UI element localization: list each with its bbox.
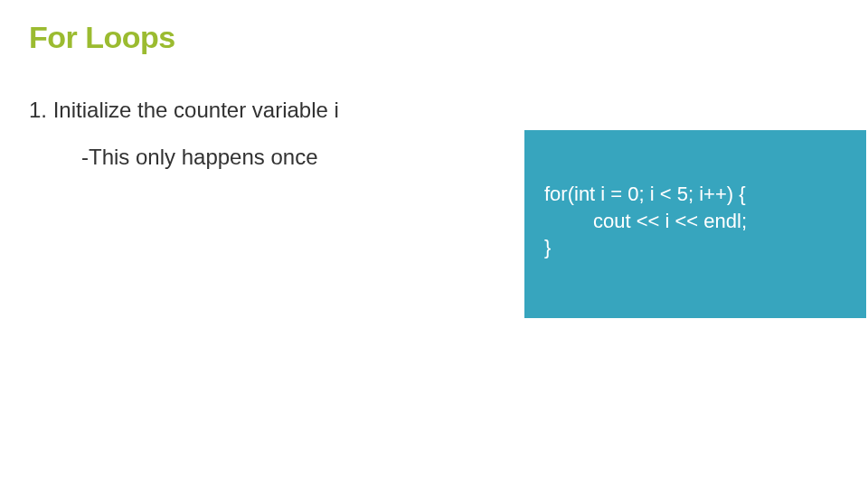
step-text: 1. Initialize the counter variable i	[29, 98, 339, 123]
code-box: for(int i = 0; i < 5; i++) { cout << i <…	[524, 130, 866, 318]
slide: For Loops 1. Initialize the counter vari…	[0, 0, 868, 488]
code-line-1: for(int i = 0; i < 5; i++) {	[544, 181, 846, 208]
code-line-3: }	[544, 234, 846, 261]
substep-text: -This only happens once	[81, 145, 318, 170]
slide-title: For Loops	[29, 20, 175, 55]
code-line-2: cout << i << endl;	[544, 208, 846, 235]
